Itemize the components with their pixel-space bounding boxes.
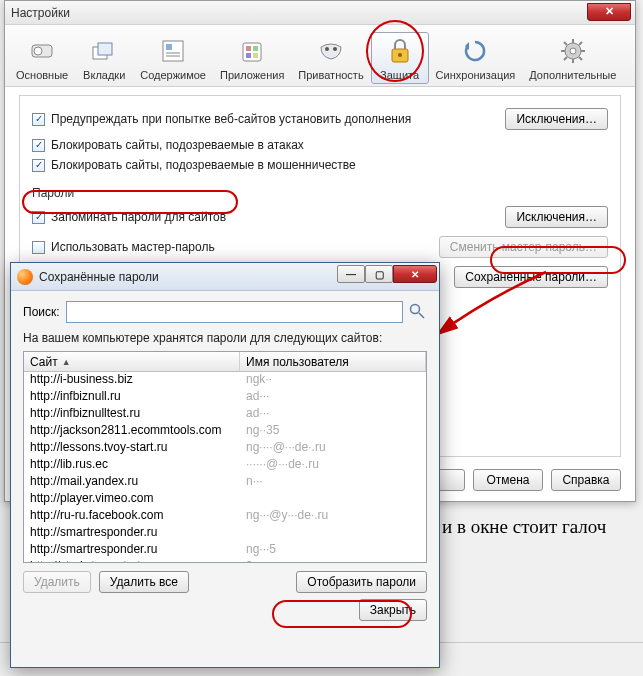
svg-rect-11	[246, 53, 251, 58]
cell-site: http://player.vimeo.com	[24, 491, 240, 508]
titlebar: Настройки ✕	[5, 1, 635, 25]
tab-security[interactable]: Защита	[371, 32, 429, 84]
table-row[interactable]: http://mail.yandex.run···	[24, 474, 426, 491]
tab-label: Дополнительные	[529, 69, 616, 81]
exceptions-button-2[interactable]: Исключения…	[505, 206, 608, 228]
search-input[interactable]	[66, 301, 403, 323]
cell-user	[240, 491, 426, 508]
content-icon	[157, 35, 189, 67]
tab-privacy[interactable]: Приватность	[291, 32, 370, 84]
cell-site: http://lessons.tvoy-start.ru	[24, 440, 240, 457]
show-passwords-button[interactable]: Отобразить пароли	[296, 571, 427, 593]
table-row[interactable]: http://i-business.bizngk··	[24, 372, 426, 389]
table-row[interactable]: http://infbiznull.ruad···	[24, 389, 426, 406]
sort-arrow-icon: ▲	[62, 357, 71, 367]
checkbox-label: Блокировать сайты, подозреваемые в атака…	[51, 138, 304, 152]
cell-user: ng···5	[240, 542, 426, 559]
column-user[interactable]: Имя пользователя	[240, 352, 426, 371]
close-button[interactable]: Закрыть	[359, 599, 427, 621]
column-site[interactable]: Сайт▲	[24, 352, 240, 371]
svg-point-1	[34, 47, 42, 55]
search-icon	[409, 303, 427, 321]
window-title: Настройки	[11, 6, 70, 20]
table-row[interactable]: http://smartresponder.ru	[24, 525, 426, 542]
delete-all-button[interactable]: Удалить все	[99, 571, 189, 593]
cell-site: http://i-business.biz	[24, 372, 240, 389]
tab-general[interactable]: Основные	[9, 32, 75, 84]
cancel-button[interactable]: Отмена	[473, 469, 543, 491]
checkbox-warn-addons[interactable]: ✓ Предупреждать при попытке веб-сайтов у…	[32, 112, 411, 126]
apps-icon	[236, 35, 268, 67]
checkbox-label: Предупреждать при попытке веб-сайтов уст…	[51, 112, 411, 126]
minimize-button[interactable]: —	[337, 265, 365, 283]
svg-point-19	[570, 48, 576, 54]
switch-icon	[26, 35, 58, 67]
dialog-close-button[interactable]: ✕	[393, 265, 437, 283]
tab-content[interactable]: Содержимое	[133, 32, 213, 84]
exceptions-button-1[interactable]: Исключения…	[505, 108, 608, 130]
svg-rect-12	[253, 53, 258, 58]
tab-applications[interactable]: Приложения	[213, 32, 291, 84]
table-row[interactable]: http://infbiznulltest.ruad···	[24, 406, 426, 423]
cell-site: http://ru-ru.facebook.com	[24, 508, 240, 525]
cell-user: ng···@y···de·.ru	[240, 508, 426, 525]
dialog-description: На вашем компьютере хранятся пароли для …	[23, 331, 427, 345]
passwords-section-label: Пароли	[32, 186, 608, 200]
dialog-title: Сохранённые пароли	[39, 270, 159, 284]
checkbox-icon: ✓	[32, 113, 45, 126]
cell-user: ad···	[240, 406, 426, 423]
checkbox-remember-passwords[interactable]: ✓ Запоминать пароли для сайтов	[32, 210, 226, 224]
checkbox-icon: ✓	[32, 211, 45, 224]
cell-user: ······@···de·.ru	[240, 457, 426, 474]
tab-label: Приватность	[298, 69, 363, 81]
table-row[interactable]: http://lib.rus.ec······@···de·.ru	[24, 457, 426, 474]
background-text: и в окне стоит галоч	[442, 516, 606, 538]
maximize-button[interactable]: ▢	[365, 265, 393, 283]
cell-user: ng··35	[240, 423, 426, 440]
table-row[interactable]: http://smartresponder.rung···5	[24, 542, 426, 559]
cell-user: ad···	[240, 389, 426, 406]
tab-label: Защита	[380, 69, 419, 81]
checkbox-label: Блокировать сайты, подозреваемые в мошен…	[51, 158, 356, 172]
checkbox-block-attack[interactable]: ✓ Блокировать сайты, подозреваемые в ата…	[32, 138, 608, 152]
svg-line-26	[564, 57, 567, 60]
tab-label: Вкладки	[83, 69, 125, 81]
checkbox-label: Использовать мастер-пароль	[51, 240, 215, 254]
svg-rect-5	[166, 44, 172, 50]
tab-sync[interactable]: Синхронизация	[429, 32, 523, 84]
table-row[interactable]: http://lessons.tvoy-start.rung····@···de…	[24, 440, 426, 457]
search-label: Поиск:	[23, 305, 60, 319]
help-button[interactable]: Справка	[551, 469, 621, 491]
svg-line-24	[564, 42, 567, 45]
window-close-button[interactable]: ✕	[587, 3, 631, 21]
tab-tabs[interactable]: Вкладки	[75, 32, 133, 84]
cell-site: http://lib.rus.ec	[24, 457, 240, 474]
checkbox-master-password[interactable]: ✓ Использовать мастер-пароль	[32, 240, 215, 254]
tabs-icon	[88, 35, 120, 67]
passwords-table: Сайт▲ Имя пользователя http://i-business…	[23, 351, 427, 563]
lock-icon	[384, 35, 416, 67]
table-row[interactable]: http://jackson2811.ecommtools.comng··35	[24, 423, 426, 440]
svg-rect-8	[243, 43, 261, 61]
cell-site: http://jackson2811.ecommtools.com	[24, 423, 240, 440]
svg-line-27	[579, 42, 582, 45]
svg-rect-10	[253, 46, 258, 51]
tab-advanced[interactable]: Дополнительные	[522, 32, 623, 84]
svg-point-13	[325, 47, 329, 51]
delete-button[interactable]: Удалить	[23, 571, 91, 593]
svg-line-25	[579, 57, 582, 60]
cell-site: http://infbiznull.ru	[24, 389, 240, 406]
cell-site: http://smartresponder.ru	[24, 542, 240, 559]
svg-line-29	[419, 313, 424, 318]
cell-user	[240, 525, 426, 542]
table-row[interactable]: http://ru-ru.facebook.comng···@y···de·.r…	[24, 508, 426, 525]
svg-point-16	[398, 53, 402, 57]
svg-point-28	[411, 305, 420, 314]
table-row[interactable]: http://player.vimeo.com	[24, 491, 426, 508]
table-row[interactable]: http://study.tvoy-start.ru3····	[24, 559, 426, 562]
checkbox-icon: ✓	[32, 139, 45, 152]
checkbox-block-forgery[interactable]: ✓ Блокировать сайты, подозреваемые в мош…	[32, 158, 608, 172]
cell-site: http://infbiznulltest.ru	[24, 406, 240, 423]
tab-label: Основные	[16, 69, 68, 81]
saved-passwords-button[interactable]: Сохранённые пароли…	[454, 266, 608, 288]
